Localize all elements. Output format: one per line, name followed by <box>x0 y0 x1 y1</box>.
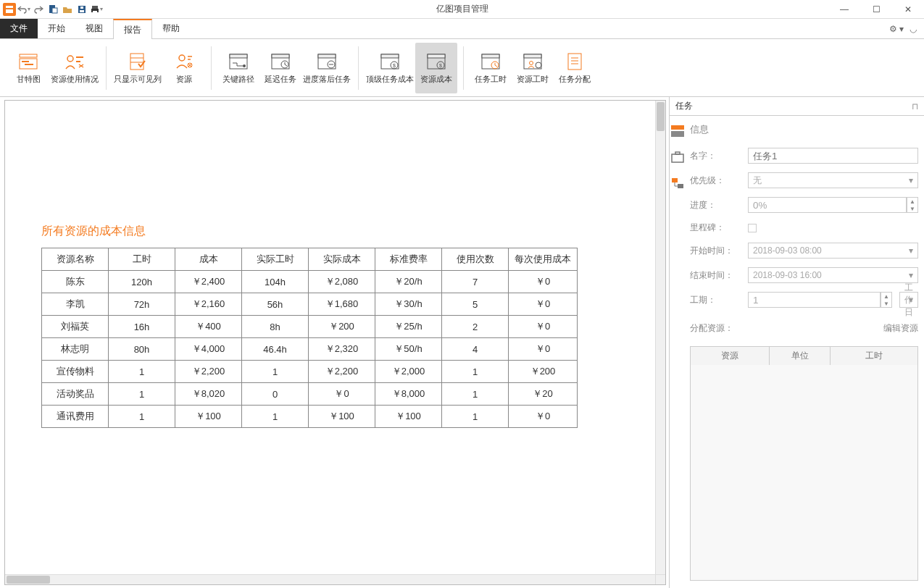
menu-report[interactable]: 报告 <box>113 19 152 39</box>
ribbon-task-hours[interactable]: 任务工时 <box>470 43 512 93</box>
svg-point-42 <box>530 62 533 65</box>
menu-view[interactable]: 视图 <box>75 19 113 38</box>
maximize-button[interactable]: ☐ <box>860 0 892 19</box>
report-title: 所有资源的成本信息 <box>41 224 619 239</box>
svg-rect-21 <box>230 54 247 58</box>
redo-icon[interactable] <box>32 3 45 16</box>
menu-help[interactable]: 帮助 <box>152 19 190 38</box>
svg-rect-13 <box>25 64 33 65</box>
svg-rect-27 <box>318 54 336 58</box>
ribbon-task-alloc[interactable]: 任务分配 <box>554 43 596 93</box>
task-name-input[interactable] <box>748 148 918 164</box>
minimize-button[interactable]: — <box>828 0 860 19</box>
save-icon[interactable] <box>75 3 88 16</box>
svg-rect-9 <box>93 11 97 13</box>
svg-point-43 <box>536 62 541 68</box>
svg-point-14 <box>67 56 73 62</box>
side-tab-briefcase-icon[interactable] <box>670 149 686 165</box>
app-title: 亿图项目管理 <box>436 3 488 15</box>
ribbon-gantt[interactable]: 甘特图 <box>7 43 49 93</box>
table-row: 陈东120h￥2,400104h￥2,080￥20/h7￥0 <box>42 271 578 293</box>
table-header: 工时 <box>109 248 175 271</box>
print-icon[interactable]: ▾ <box>90 3 103 16</box>
table-row: 宣传物料1￥2,2001￥2,200￥2,0001￥200 <box>42 361 578 383</box>
ribbon-visible-cols[interactable]: 只显示可见列 <box>112 43 163 93</box>
table-header: 实际成本 <box>309 248 375 271</box>
table-row: 通讯费用1￥1001￥100￥1001￥0 <box>42 406 578 428</box>
svg-rect-1 <box>6 9 13 13</box>
side-tab-info-icon[interactable] <box>670 123 686 139</box>
priority-select[interactable]: 无▾ <box>748 172 918 188</box>
table-header: 使用次数 <box>442 248 509 271</box>
edit-resource-link[interactable]: 编辑资源 <box>883 322 918 335</box>
milestone-checkbox[interactable] <box>748 224 757 232</box>
side-tab-link-icon[interactable] <box>670 175 686 191</box>
svg-rect-3 <box>52 8 57 13</box>
settings-icon[interactable]: ⚙ ▾ <box>889 24 904 34</box>
svg-rect-38 <box>482 54 499 58</box>
svg-rect-51 <box>675 152 680 154</box>
close-button[interactable]: ✕ <box>892 0 924 19</box>
report-table: 资源名称工时成本实际工时实际成本标准费率使用次数每次使用成本 陈东120h￥2,… <box>41 248 578 428</box>
ribbon-resource-usage[interactable]: 资源使用情况 <box>49 43 100 93</box>
resource-grid: 资源 单位 工时 <box>690 346 918 581</box>
duration-spin[interactable]: ▲▼ <box>748 292 892 308</box>
report-canvas: 所有资源的成本信息 资源名称工时成本实际工时实际成本标准费率使用次数每次使用成本… <box>4 100 666 585</box>
svg-text:$: $ <box>393 63 396 68</box>
svg-text:$: $ <box>439 63 442 68</box>
svg-point-18 <box>179 55 185 61</box>
table-row: 刘福英16h￥4008h￥200￥25/h2￥0 <box>42 316 578 338</box>
table-header: 标准费率 <box>375 248 442 271</box>
svg-rect-5 <box>80 10 84 12</box>
ribbon-resource-cost[interactable]: $资源成本 <box>415 43 457 93</box>
svg-rect-41 <box>524 54 541 58</box>
svg-rect-48 <box>671 125 684 130</box>
new-doc-icon[interactable] <box>46 3 59 16</box>
svg-rect-24 <box>272 54 289 58</box>
collapse-ribbon-icon[interactable]: ◡ <box>910 24 917 34</box>
svg-rect-34 <box>428 54 445 58</box>
progress-spin[interactable]: ▲▼ <box>748 197 918 213</box>
ribbon-resource-hours[interactable]: 资源工时 <box>512 43 554 93</box>
svg-rect-30 <box>381 54 399 58</box>
open-icon[interactable] <box>61 3 74 16</box>
svg-rect-50 <box>672 154 683 162</box>
ribbon-top-task-cost[interactable]: $顶级任务成本 <box>365 43 415 93</box>
duration-unit-select[interactable]: 工作日▾ <box>899 292 918 308</box>
pin-icon[interactable]: ⊓ <box>912 101 918 112</box>
table-header: 实际工时 <box>242 248 309 271</box>
table-header: 每次使用成本 <box>509 248 578 271</box>
svg-rect-52 <box>672 178 678 182</box>
svg-point-22 <box>243 64 246 67</box>
svg-rect-6 <box>80 7 83 9</box>
end-time-field[interactable]: 2018-09-03 16:00▾ <box>748 267 918 283</box>
table-row: 林志明80h￥4,00046.4h￥2,320￥50/h4￥0 <box>42 338 578 361</box>
horizontal-scrollbar[interactable] <box>5 574 655 584</box>
ribbon-resources[interactable]: 资源 <box>163 43 205 93</box>
svg-rect-0 <box>6 6 13 8</box>
ribbon-behind-tasks[interactable]: 进度落后任务 <box>301 43 352 93</box>
ribbon-critical-path[interactable]: 关键路径 <box>217 43 259 93</box>
svg-rect-44 <box>568 54 581 70</box>
side-section-title: 信息 <box>690 123 918 136</box>
svg-rect-53 <box>678 184 683 188</box>
svg-rect-7 <box>92 6 98 9</box>
undo-icon[interactable]: ▾ <box>17 3 30 16</box>
side-title: 任务 <box>675 100 693 112</box>
table-header: 资源名称 <box>42 248 109 271</box>
menu-file[interactable]: 文件 <box>0 19 38 38</box>
app-icon <box>3 3 16 16</box>
vertical-scrollbar[interactable] <box>655 101 665 574</box>
table-row: 活动奖品1￥8,0200￥0￥8,0001￥20 <box>42 383 578 406</box>
table-row: 李凯72h￥2,16056h￥1,680￥30/h5￥0 <box>42 293 578 316</box>
svg-rect-49 <box>671 131 684 137</box>
table-header: 成本 <box>175 248 242 271</box>
ribbon-delayed-tasks[interactable]: 延迟任务 <box>259 43 301 93</box>
start-time-field[interactable]: 2018-09-03 08:00▾ <box>748 243 918 259</box>
svg-rect-10 <box>20 54 37 57</box>
menu-start[interactable]: 开始 <box>38 19 75 38</box>
svg-rect-15 <box>130 54 143 70</box>
svg-rect-12 <box>22 61 29 62</box>
